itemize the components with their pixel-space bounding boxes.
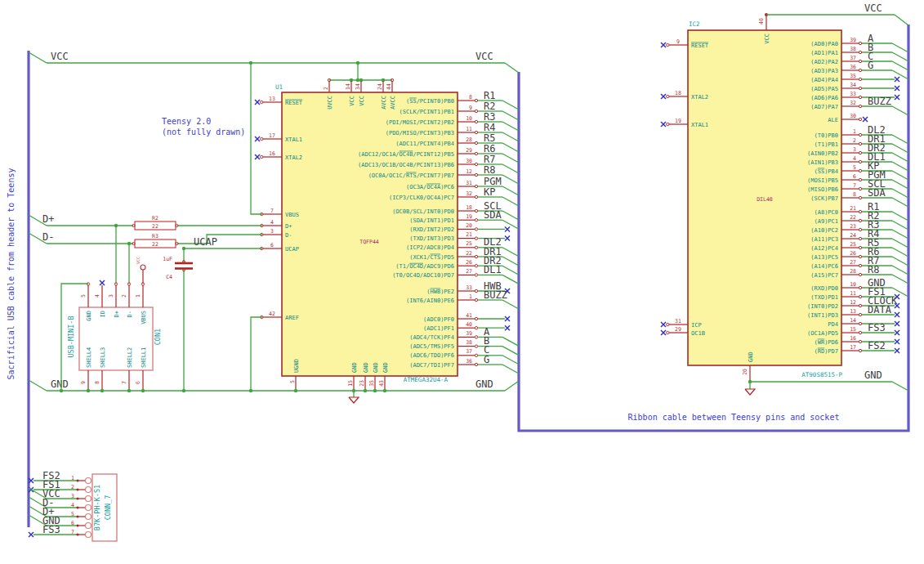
- pin-name: (WR)PD6: [814, 339, 838, 346]
- bus-entry: [502, 337, 519, 346]
- net-label: G: [868, 60, 873, 71]
- bus-entry: [502, 154, 519, 163]
- net-label-dplus: D+: [42, 213, 54, 225]
- pin-name: (AIN1)PB3: [807, 159, 838, 166]
- schematic: Sacrificial USB cable from header to Tee…: [0, 0, 924, 564]
- pin-end: [475, 336, 477, 338]
- pin-number: 32: [466, 190, 472, 197]
- pin-name: (ADC1)PF1: [423, 325, 454, 332]
- pin-end: [859, 295, 861, 298]
- pin-number: 31: [675, 318, 681, 325]
- bus-entry: [892, 230, 908, 239]
- pin-end: [261, 137, 263, 140]
- pin-number: 6: [71, 520, 74, 526]
- note-usb-cable: Sacrificial USB cable from header to Tee…: [7, 168, 16, 380]
- pin-number: 37: [466, 348, 472, 355]
- bus-entry: [502, 266, 519, 275]
- net-label: FS3: [868, 322, 886, 333]
- pin-end: [176, 242, 178, 244]
- net-label: BUZZ: [484, 289, 507, 301]
- net-label: R6: [484, 143, 495, 154]
- schematic-canvas: Sacrificial USB cable from header to Tee…: [0, 0, 924, 564]
- pin-end: [859, 151, 861, 154]
- pin-name: (ADC5/TMS)PF5: [409, 343, 454, 350]
- pin-name: SHELL1: [141, 347, 147, 368]
- bus-entry: [892, 43, 908, 52]
- pin-name: (A10)PC2: [810, 227, 838, 234]
- pin-name: GND: [748, 351, 754, 362]
- pin-number: 23: [850, 223, 856, 230]
- pin-end: [475, 354, 477, 356]
- pin-number: 38: [850, 46, 856, 52]
- pin-name: (ADC11/PCINT4)PB4: [395, 141, 454, 147]
- net-label: R2: [484, 101, 495, 112]
- bus-entry: [892, 162, 908, 171]
- junction-dot: [364, 389, 367, 392]
- pin-number: 35: [850, 73, 856, 79]
- pin-end: [132, 224, 135, 226]
- pin-number: 15: [347, 380, 354, 387]
- pin-name: AVCC: [381, 96, 387, 110]
- pin-end: [859, 187, 861, 190]
- bus-entry: [892, 106, 908, 115]
- pin-name: D+: [285, 223, 292, 230]
- pin-number: 1: [853, 128, 856, 135]
- bus-entry: [892, 221, 908, 230]
- connector-pin-icon: [86, 523, 92, 529]
- pin-number: 5: [289, 380, 296, 383]
- pin-end: [475, 141, 477, 144]
- pin-end: [475, 120, 477, 123]
- net-label-gnd: GND: [475, 378, 493, 390]
- pin-name: (T0/OC4D/ADC10)PD7: [392, 272, 454, 279]
- u1-value: ATMEGA32U4-A: [404, 376, 449, 383]
- net-label-vcc: VCC: [51, 51, 69, 62]
- net-label: R4: [484, 122, 495, 133]
- net-label: SDA: [868, 187, 886, 199]
- pin-name: (HWB)PE2: [426, 289, 454, 295]
- pin-name: (PDO/MISO/PCINT3)PB3: [386, 130, 454, 137]
- pin-name: (A8)PC0: [814, 209, 838, 216]
- bus-entry: [502, 300, 519, 309]
- bus-entry: [502, 211, 519, 220]
- bus-entry: [892, 70, 908, 79]
- bus-entry: [502, 220, 519, 229]
- net-label: KP: [484, 186, 495, 198]
- bus-entry: [892, 153, 908, 162]
- pin-end: [475, 228, 477, 231]
- pin-end: [859, 118, 861, 120]
- pin-number: 14: [345, 83, 351, 90]
- net-label-vcc: VCC: [864, 2, 882, 14]
- pin-end: [475, 209, 477, 212]
- pin-end: [667, 331, 669, 333]
- pin-name: (OC0B/SCL/INT0)PD0: [392, 208, 454, 215]
- connector-pin-icon: [86, 487, 92, 493]
- bus-entry: [502, 101, 519, 110]
- pin-number: 8: [469, 94, 472, 101]
- pin-number: 40: [466, 321, 472, 328]
- pin-name: UVCC: [327, 96, 333, 110]
- pin-number: 2: [323, 87, 329, 90]
- pin-name: (AD0)PA0: [810, 41, 838, 47]
- pin-number: 37: [850, 55, 856, 61]
- pin-name: GND: [351, 362, 358, 373]
- pin-name: (TXD)PD1: [810, 294, 838, 301]
- bus-entry: [892, 61, 908, 70]
- pin-end: [475, 131, 477, 133]
- pin-number: 11: [850, 290, 856, 297]
- pin-end: [132, 242, 135, 244]
- pin-name: AREF: [285, 315, 299, 321]
- c4-value: 1uF: [163, 256, 172, 262]
- net-label-ucap: UCAP: [194, 236, 217, 248]
- pin-number: 4: [71, 502, 74, 508]
- pin-end: [475, 345, 477, 347]
- pin-end: [859, 349, 861, 351]
- pin-end: [859, 160, 861, 163]
- pin-number: 7: [853, 182, 856, 189]
- vcc-symbol-label: VCC: [136, 257, 141, 264]
- pin-number: 1: [71, 475, 74, 481]
- note-teensy-line1: Teensy 2.0: [162, 117, 211, 126]
- pin-name: (ADC0)PF0: [423, 316, 454, 323]
- bus-entry: [502, 143, 519, 152]
- bus-entry: [892, 212, 908, 221]
- bus-entry: [892, 239, 908, 248]
